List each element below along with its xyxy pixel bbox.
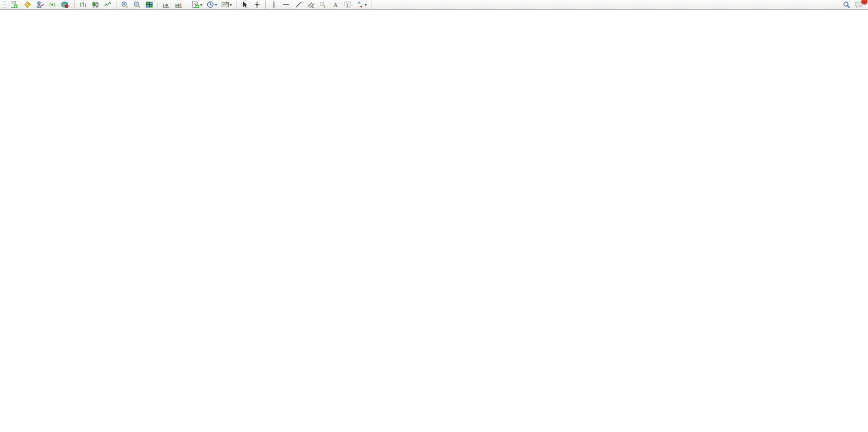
svg-text:A: A bbox=[333, 2, 338, 8]
zoom-out-button[interactable] bbox=[131, 0, 143, 10]
horizontal-line-icon bbox=[282, 1, 290, 9]
dropdown-caret: ▾ bbox=[365, 3, 367, 7]
toolbar: ▾ ▾ ▾ bbox=[0, 0, 868, 10]
zoom-out-icon bbox=[133, 1, 141, 9]
bar-chart-button[interactable] bbox=[77, 0, 89, 10]
dropdown-caret: ▾ bbox=[215, 3, 217, 7]
svg-text:F: F bbox=[324, 5, 326, 8]
dropdown-caret: ▾ bbox=[200, 3, 202, 7]
cursor-tool-button[interactable] bbox=[239, 0, 251, 10]
marker-icon bbox=[24, 1, 32, 9]
equidistant-channel-tool[interactable]: E bbox=[305, 0, 317, 10]
profile-button[interactable] bbox=[34, 0, 46, 10]
add-indicator-icon bbox=[191, 1, 200, 9]
zoom-in-button[interactable] bbox=[119, 0, 131, 10]
fibonacci-tool[interactable]: F bbox=[317, 0, 329, 10]
svg-text:E: E bbox=[312, 5, 314, 8]
add-indicator-button[interactable]: ▾ bbox=[189, 0, 204, 10]
autotrade-icon bbox=[61, 1, 69, 9]
text-label-tool[interactable]: T bbox=[342, 0, 354, 10]
auto-scroll-button[interactable] bbox=[160, 0, 172, 10]
dropdown-caret: ▾ bbox=[230, 3, 232, 7]
equidistant-channel-icon: E bbox=[307, 1, 315, 9]
horizontal-line-tool[interactable] bbox=[280, 0, 292, 10]
profile-chart-icon bbox=[36, 1, 44, 9]
mt4-window: ▾ ▾ ▾ bbox=[0, 0, 868, 432]
templates-icon bbox=[221, 1, 229, 9]
arrows-tool[interactable]: ▾ bbox=[354, 0, 369, 10]
signal-icon bbox=[48, 1, 56, 9]
text-tool[interactable]: A bbox=[329, 0, 342, 10]
line-chart-icon bbox=[104, 1, 112, 9]
auto-scroll-icon bbox=[162, 1, 170, 9]
search-button[interactable] bbox=[840, 0, 853, 10]
line-chart-button[interactable] bbox=[102, 0, 114, 10]
toolbar-separator bbox=[371, 1, 371, 9]
chart-shift-button[interactable] bbox=[172, 0, 185, 10]
toolbar-separator bbox=[116, 1, 116, 9]
text-icon: A bbox=[331, 1, 340, 9]
tile-windows-button[interactable] bbox=[143, 0, 155, 10]
bar-chart-icon bbox=[79, 1, 87, 9]
trendline-tool[interactable] bbox=[292, 0, 305, 10]
toolbar-separator bbox=[265, 1, 266, 9]
vertical-line-icon bbox=[270, 1, 278, 9]
notifications-button[interactable] bbox=[853, 0, 865, 10]
toolbar-separator bbox=[236, 1, 236, 9]
marker-button[interactable] bbox=[22, 0, 34, 10]
crosshair-icon bbox=[253, 1, 261, 9]
vertical-line-tool[interactable] bbox=[268, 0, 280, 10]
periods-clock-icon bbox=[206, 1, 214, 9]
candlestick-chart-icon bbox=[91, 1, 100, 9]
periods-button[interactable]: ▾ bbox=[204, 0, 219, 10]
toolbar-separator bbox=[74, 1, 75, 9]
toolbar-separator bbox=[157, 1, 158, 9]
templates-button[interactable]: ▾ bbox=[219, 0, 234, 10]
trendline-icon bbox=[294, 1, 303, 9]
crosshair-tool-button[interactable] bbox=[251, 0, 263, 10]
chart-shift-icon bbox=[174, 1, 183, 9]
autotrade-button[interactable] bbox=[58, 0, 72, 10]
svg-text:T: T bbox=[346, 3, 349, 8]
signal-button[interactable] bbox=[46, 0, 58, 10]
candlestick-chart-button[interactable] bbox=[89, 0, 102, 10]
new-order-button[interactable] bbox=[8, 0, 22, 10]
tile-windows-icon bbox=[145, 1, 153, 9]
chart-canvas[interactable] bbox=[0, 0, 868, 432]
zoom-in-icon bbox=[121, 1, 129, 9]
arrows-icon bbox=[356, 1, 364, 9]
toolbar-separator bbox=[187, 1, 187, 9]
fibonacci-icon: F bbox=[319, 1, 327, 9]
notification-badge bbox=[861, 0, 867, 5]
new-order-icon bbox=[10, 1, 18, 9]
cursor-icon bbox=[241, 1, 249, 9]
toolbar-grip[interactable] bbox=[3, 1, 6, 8]
search-icon bbox=[842, 1, 851, 9]
text-label-icon: T bbox=[344, 1, 352, 9]
